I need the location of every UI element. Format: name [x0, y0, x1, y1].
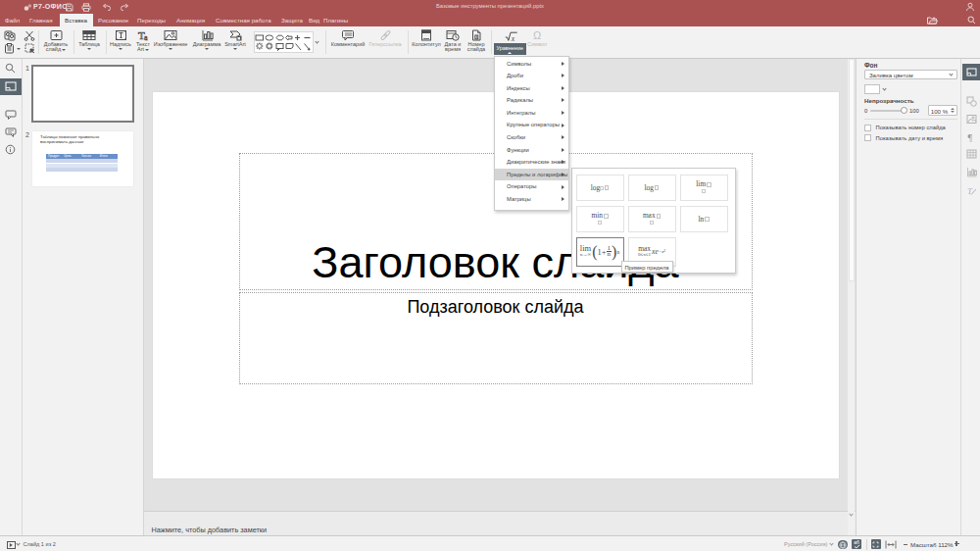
svg-text:¶: ¶: [968, 131, 973, 142]
svg-text:T: T: [967, 186, 973, 196]
svg-text:a: a: [144, 33, 148, 41]
svg-text:Ω: Ω: [533, 29, 541, 41]
svg-text:x: x: [510, 34, 514, 42]
